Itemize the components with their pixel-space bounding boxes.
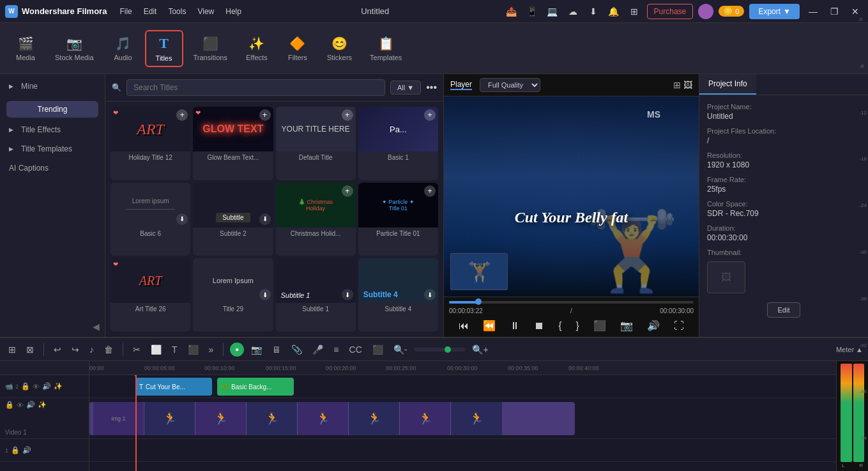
tl-mic-button[interactable]: 🎤 bbox=[309, 343, 326, 356]
mark-out-button[interactable]: } bbox=[572, 318, 583, 333]
title-card-holiday12[interactable]: ART ❤ + Holiday Title 12 bbox=[110, 107, 190, 180]
sidebar-item-mine[interactable]: ▶ Mine bbox=[0, 77, 105, 96]
tl-crop-button[interactable]: ⬜ bbox=[148, 343, 165, 356]
clip-button[interactable]: ⬛ bbox=[590, 318, 610, 333]
tool-stock-media[interactable]: 📷 Stock Media bbox=[47, 32, 102, 65]
tool-titles[interactable]: T Titles bbox=[145, 30, 183, 67]
image-view-icon[interactable]: 🖼 bbox=[683, 80, 692, 90]
progress-knob[interactable] bbox=[475, 298, 482, 305]
sidebar-item-ai-captions[interactable]: AI Captions bbox=[0, 158, 105, 178]
title-card-basic1[interactable]: Pa... + Basic 1 bbox=[358, 107, 438, 180]
menu-file[interactable]: File bbox=[114, 4, 137, 19]
snapshot-button[interactable]: 📷 bbox=[616, 318, 637, 333]
notification-icon[interactable]: 🔔 bbox=[606, 4, 621, 19]
tl-layout-button[interactable]: ⊞ bbox=[5, 343, 19, 356]
tl-text-button[interactable]: T bbox=[169, 343, 181, 356]
progress-bar[interactable] bbox=[449, 301, 694, 304]
pause-button[interactable]: ⏸ bbox=[506, 318, 524, 333]
sidebar-item-trending[interactable]: Trending bbox=[6, 101, 98, 118]
maximize-button[interactable]: ❐ bbox=[826, 5, 842, 18]
track-v2-audio[interactable]: 🔊 bbox=[42, 382, 51, 390]
title-card-subtitle1[interactable]: Subtitle 1 ⬇ Subtitle 1 bbox=[276, 258, 356, 332]
title-card-default[interactable]: YOUR TITLE HERE + Default Title bbox=[276, 107, 356, 180]
filter-dropdown[interactable]: All ▼ bbox=[390, 81, 421, 95]
track-v1-hide[interactable]: 👁 bbox=[17, 401, 24, 409]
tl-equalizer-button[interactable]: ≡ bbox=[330, 343, 342, 356]
menu-tools[interactable]: Tools bbox=[163, 4, 191, 19]
quality-select[interactable]: Full Quality Half Quality bbox=[480, 78, 540, 92]
stop-button[interactable]: ⏹ bbox=[530, 318, 548, 333]
tool-effects[interactable]: ✨ Effects bbox=[238, 32, 276, 65]
track-v2-ai[interactable]: ✨ bbox=[54, 382, 63, 390]
audio-button[interactable]: 🔊 bbox=[643, 318, 664, 333]
title-card-art26[interactable]: ART ❤ Art Title 26 bbox=[110, 258, 190, 332]
tl-split-button[interactable]: ⬛ bbox=[185, 343, 202, 356]
tl-redo-button[interactable]: ↪ bbox=[68, 343, 82, 356]
menu-help[interactable]: Help bbox=[220, 4, 247, 19]
clip-cut-your-be[interactable]: T Cut Your Be... bbox=[135, 378, 212, 396]
tl-magnet-button[interactable]: ⊠ bbox=[23, 343, 37, 356]
track-a1-lock[interactable]: 🔒 bbox=[11, 446, 20, 454]
tl-screen-button[interactable]: 🖥 bbox=[269, 343, 284, 356]
title-card-subtitle4[interactable]: Subtitle 4 ⬇ Subtitle 4 bbox=[358, 258, 438, 332]
mark-in-button[interactable]: { bbox=[554, 318, 565, 333]
export-button[interactable]: Export ▼ bbox=[749, 4, 800, 19]
title-card-subtitle2[interactable]: Subtitle ⬇ Subtitle 2 bbox=[193, 183, 273, 256]
track-a1-audio[interactable]: 🔊 bbox=[22, 446, 31, 454]
apps-icon[interactable]: ⊞ bbox=[627, 4, 642, 19]
clip-video-main[interactable]: img 1 🏃 🏃 🏃 🏃 🏃 🏃 🏃 bbox=[89, 402, 575, 435]
tl-zoom-slider[interactable] bbox=[414, 348, 465, 351]
panel-collapse-button[interactable]: ◀ bbox=[93, 321, 100, 332]
search-input[interactable] bbox=[126, 79, 385, 96]
mobile-icon[interactable]: 📱 bbox=[524, 4, 540, 19]
tl-audio-button[interactable]: ♪ bbox=[86, 343, 97, 356]
tool-media[interactable]: 🎬 Media bbox=[6, 32, 45, 65]
tl-zoom-handle[interactable] bbox=[445, 346, 451, 353]
purchase-button[interactable]: Purchase bbox=[647, 4, 694, 19]
close-button[interactable]: ✕ bbox=[848, 5, 863, 18]
tl-undo-button[interactable]: ↩ bbox=[50, 343, 65, 356]
tab-player[interactable]: Player bbox=[450, 80, 472, 90]
track-v1-ai[interactable]: ✨ bbox=[38, 401, 47, 409]
cloud-icon[interactable]: ☁ bbox=[565, 4, 581, 19]
skip-back-button[interactable]: ⏮ bbox=[455, 318, 473, 333]
sidebar-item-title-effects[interactable]: ▶ Title Effects bbox=[0, 120, 105, 139]
tl-more-button[interactable]: » bbox=[206, 343, 217, 356]
title-card-title29[interactable]: Lorem Ipsum ⬇ Title 29 bbox=[193, 258, 273, 332]
tool-templates[interactable]: 📋 Templates bbox=[362, 32, 409, 65]
tl-zoom-in-button[interactable]: 🔍+ bbox=[469, 343, 491, 356]
fullscreen-button[interactable]: ⛶ bbox=[670, 318, 688, 333]
more-options-button[interactable]: ••• bbox=[426, 82, 437, 93]
tl-cam-button[interactable]: 📷 bbox=[248, 343, 265, 356]
title-card-xmas[interactable]: 🎄 ChristmasHoliday + Christmas Holid... bbox=[276, 183, 356, 256]
download-icon[interactable]: ⬇ bbox=[586, 4, 601, 19]
edit-button[interactable]: Edit bbox=[767, 302, 801, 318]
sidebar-item-title-templates[interactable]: ▶ Title Templates bbox=[0, 139, 105, 158]
title-card-glow[interactable]: GLOW TEXT ❤ + Glow Beam Text... bbox=[193, 107, 273, 180]
title-card-basic6[interactable]: Lorem ipsum ──────────── ⬇ Basic 6 bbox=[110, 183, 190, 256]
track-v2-lock[interactable]: 🔒 bbox=[21, 382, 30, 390]
tl-record-button[interactable]: ● bbox=[230, 343, 244, 357]
device-icon[interactable]: 💻 bbox=[545, 4, 560, 19]
tool-audio[interactable]: 🎵 Audio bbox=[104, 32, 142, 65]
tab-project-info[interactable]: Project Info bbox=[699, 74, 756, 95]
tool-stickers[interactable]: 😊 Stickers bbox=[319, 32, 360, 65]
track-v1-audio[interactable]: 🔊 bbox=[26, 401, 35, 409]
tl-delete-button[interactable]: 🗑 bbox=[101, 343, 116, 356]
tl-zoom-out-button[interactable]: 🔍- bbox=[390, 343, 411, 356]
menu-view[interactable]: View bbox=[192, 4, 219, 19]
tl-sub-button[interactable]: CC bbox=[346, 343, 365, 356]
tool-transitions[interactable]: ⬛ Transitions bbox=[186, 32, 235, 65]
tool-filters[interactable]: 🔶 Filters bbox=[278, 32, 317, 65]
tl-motion-button[interactable]: ⬛ bbox=[369, 343, 386, 356]
tl-clip-button[interactable]: 📎 bbox=[288, 343, 305, 356]
share-icon[interactable]: 📤 bbox=[504, 4, 519, 19]
minimize-button[interactable]: — bbox=[805, 5, 821, 18]
clip-basic-bg[interactable]: 🌿 Basic Backg... bbox=[217, 378, 294, 396]
frame-back-button[interactable]: ⏪ bbox=[479, 318, 499, 333]
tl-cut-button[interactable]: ✂ bbox=[130, 343, 144, 356]
menu-edit[interactable]: Edit bbox=[139, 4, 162, 19]
split-view-icon[interactable]: ⊞ bbox=[673, 80, 681, 90]
track-v1-lock[interactable]: 🔒 bbox=[5, 401, 14, 409]
track-v2-hide[interactable]: 👁 bbox=[33, 383, 40, 390]
